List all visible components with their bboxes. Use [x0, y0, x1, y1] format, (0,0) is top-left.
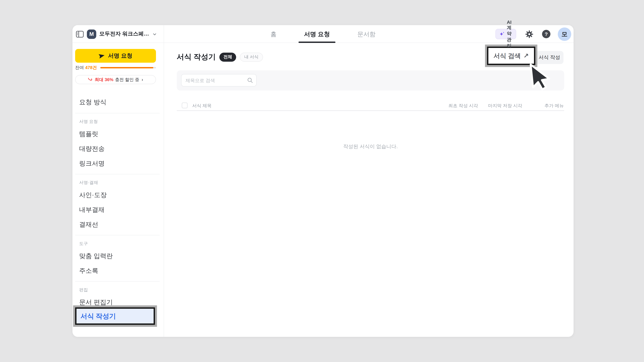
- quota-count: 478건: [85, 65, 97, 71]
- divider: [75, 235, 160, 235]
- workspace-avatar: M: [87, 29, 96, 39]
- empty-state-text: 작성된 서식이 없습니다.: [177, 143, 564, 150]
- sign-request-label: 서명 요청: [108, 52, 132, 60]
- settings-button[interactable]: [525, 30, 534, 38]
- chevron-down-icon: [152, 31, 158, 37]
- external-link-icon: ↗: [524, 52, 529, 60]
- sidebar-item-template[interactable]: 템플릿: [75, 127, 160, 141]
- column-created-time: 최초 작성 시각: [443, 103, 483, 109]
- promo-banner[interactable]: 최대 36% 충전 할인 중 ›: [75, 75, 156, 84]
- table-header-divider: [177, 110, 564, 111]
- paper-plane-icon: [98, 53, 105, 59]
- quota-label: 잔여: [75, 65, 84, 71]
- promo-highlight: 최대 36%: [95, 77, 113, 83]
- sidebar-item-request-method[interactable]: 요청 방식: [75, 95, 160, 110]
- section-label-edit: 편집: [79, 287, 160, 293]
- sign-request-button[interactable]: 서명 요청: [75, 49, 156, 63]
- page-title: 서식 작성기: [177, 52, 216, 62]
- topbar: 홈 서명 요청 문서함 M 모두전자 워크스페…: [72, 25, 574, 43]
- search-input[interactable]: [181, 74, 256, 86]
- divider: [75, 281, 160, 282]
- quota-progress-fill: [100, 67, 153, 68]
- column-saved-time: 마지막 저장 시각: [483, 103, 527, 109]
- sidebar-menu: 요청 방식 서명 요청 템플릿 대량전송 링크서명 서명·결재 사인·도장 내부…: [75, 84, 160, 337]
- discount-arrow-icon: [88, 77, 93, 82]
- sidebar-item-link-sign[interactable]: 링크서명: [75, 156, 160, 171]
- chevron-right-icon: ›: [142, 77, 143, 82]
- ai-contract-button[interactable]: AI 계약관리: [496, 29, 516, 39]
- tab-documents[interactable]: 문서함: [355, 25, 378, 43]
- sidebar-item-form-builder-active[interactable]: 서식 작성기: [76, 309, 154, 324]
- annotation-box-form-builder: 서식 작성기: [73, 305, 157, 327]
- search-field-wrap: [181, 74, 256, 86]
- sidebar-item-sign-stamp[interactable]: 사인·도장: [75, 188, 160, 202]
- user-avatar[interactable]: 모: [558, 27, 571, 41]
- form-search-button[interactable]: 서식 검색 ↗: [487, 46, 535, 65]
- select-all-checkbox[interactable]: [182, 103, 188, 108]
- workspace-name: 모두전자 워크스페…: [99, 30, 149, 37]
- divider: [75, 174, 160, 174]
- column-more-menu: 추가 메뉴: [534, 103, 564, 109]
- tab-home[interactable]: 홈: [268, 25, 278, 43]
- quota-row: 잔여 478건: [75, 65, 156, 70]
- gear-icon: [525, 30, 534, 38]
- mouse-cursor: [529, 61, 554, 92]
- quota-progress-bar: [100, 67, 156, 68]
- sidebar-item-approval-line[interactable]: 결재선: [75, 217, 160, 232]
- divider: [75, 113, 160, 113]
- sidebar-item-internal-approval[interactable]: 내부결재: [75, 202, 160, 217]
- section-label-tools: 도구: [79, 241, 160, 247]
- sidebar-item-bulk-send[interactable]: 대량전송: [75, 141, 160, 156]
- main-content: 서식 작성기 전체 내 서식 서식 작성 서식 검색 ↗: [164, 43, 574, 337]
- search-panel: [177, 70, 564, 90]
- help-button[interactable]: ?: [542, 30, 550, 38]
- form-search-label: 서식 검색: [494, 51, 521, 60]
- annotation-border: 서식 작성기: [75, 307, 155, 325]
- page: 홈 서명 요청 문서함 M 모두전자 워크스페…: [0, 0, 644, 362]
- filter-mine-pill[interactable]: 내 서식: [240, 52, 263, 61]
- search-icon: [247, 77, 253, 83]
- app-window: 홈 서명 요청 문서함 M 모두전자 워크스페…: [72, 25, 574, 337]
- ai-contract-label: AI 계약관리: [507, 19, 512, 49]
- sidebar-item-custom-fields[interactable]: 맞춤 입력란: [75, 249, 160, 264]
- promo-text: 충전 할인 중: [115, 77, 139, 83]
- title-row: 서식 작성기 전체 내 서식: [177, 51, 263, 63]
- question-mark-icon: ?: [545, 31, 548, 37]
- section-label-sign-approval: 서명·결재: [79, 180, 160, 186]
- section-label-sign-request: 서명 요청: [79, 119, 160, 125]
- tab-signature-request[interactable]: 서명 요청: [302, 25, 332, 43]
- filter-all-pill[interactable]: 전체: [219, 52, 236, 61]
- sidebar-toggle-icon[interactable]: [76, 30, 84, 38]
- sparkle-icon: [499, 31, 505, 37]
- workspace-header[interactable]: M 모두전자 워크스페…: [72, 25, 164, 43]
- table-header: 서식 제목 최초 작성 시각 마지막 저장 시각 추가 메뉴: [177, 101, 564, 110]
- sidebar-item-address-book[interactable]: 주소록: [75, 264, 160, 278]
- column-form-title: 서식 제목: [192, 103, 212, 109]
- sidebar: 서명 요청 잔여 478건 최대 36% 충전 할인 중 ›: [72, 43, 164, 337]
